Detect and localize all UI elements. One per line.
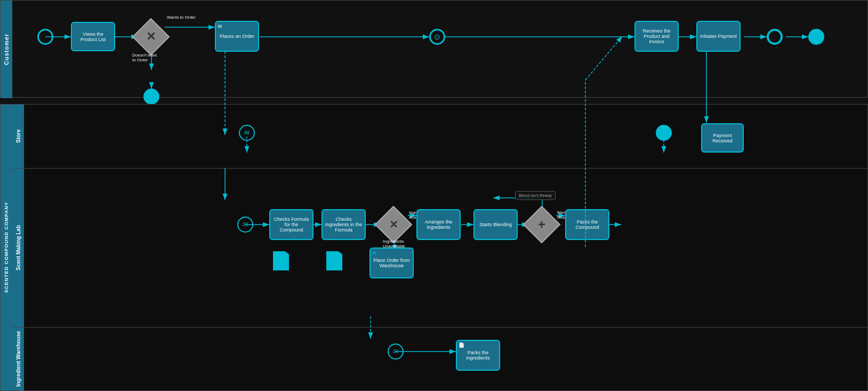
views-product-list-task[interactable]: Views the Product List [71,22,115,51]
initiates-payment-task[interactable]: Initiates Payment [696,21,741,52]
store-message-event: ✉ [239,125,255,141]
blend-gateway[interactable]: + Blend isReady Blend isn't Ready [528,211,555,238]
ingredient-warehouse-lane: Ingredient Warehouse [12,328,867,390]
place-order-warehouse-task[interactable]: ✉ Place Order from Warehouse [369,248,414,278]
doc-icon-2 [326,251,342,270]
blend-isnt-ready-annotation: Blend isn't Ready [515,191,556,200]
store-lane: Store [12,105,867,169]
payment-received-task[interactable]: Payment Received [701,123,744,153]
customer-lane-content: Views the Product List ✕ Wants to Order … [12,1,867,98]
customer-end-event [808,29,824,45]
customer-end-ring [767,29,783,45]
places-order-task[interactable]: ✉ Places an Order [215,21,259,52]
scent-lab-content: ✉ Checks Formula for the Compound Checks… [24,169,867,327]
starts-blending-task[interactable]: Starts Blending [473,209,518,240]
scent-lab-message-event: ✉ [237,217,253,233]
packs-ingredients-task[interactable]: 📄 Packs the Ingredients [456,340,500,371]
checks-formula-task[interactable]: Checks Formula for the Compound [269,209,314,240]
doc-icon-1 [273,251,289,270]
customer-timer-event: ⊙ [429,29,445,45]
store-lane-label: Store [12,105,24,168]
doesnt-want-end-event [143,89,159,105]
scc-lanes: Store [12,105,867,390]
checks-ingredients-task[interactable]: Checks Ingredients in the Formula [322,209,366,240]
ingredients-gateway[interactable]: ✕ IngredientsAvailable IngredientsUnavai… [380,211,407,238]
packs-compound-task[interactable]: Packs the Compound [565,209,609,240]
warehouse-svg [24,328,867,390]
scent-lab-label: Scent Making Lab [12,169,24,327]
customer-pool: Customer [0,0,868,98]
customer-pool-label: Customer [1,1,12,98]
wants-to-order-label: Wants to Order [167,15,196,20]
scent-making-lab-lane: Scent Making Lab [12,169,867,328]
wants-to-order-gateway[interactable]: ✕ Wants to Order Doesn't wantto Order [138,23,164,50]
diagram-container: Customer [0,0,868,391]
scc-pool: SCENTED COMPOUND COMPANY Store [0,104,868,391]
store-end-event [656,125,672,141]
scent-lab-svg [24,169,867,327]
scc-pool-label: SCENTED COMPOUND COMPANY [1,105,12,390]
arranges-ingredients-task[interactable]: Arranges the Ingredients [416,209,461,240]
doesnt-want-label: Doesn't wantto Order [132,53,157,62]
warehouse-label: Ingredient Warehouse [12,328,24,390]
warehouse-message-event: ✉ [388,344,404,360]
customer-start-event [37,29,53,45]
receives-product-task[interactable]: Receives the Product and Invoice [634,21,679,52]
store-lane-content: ✉ Payment Received [24,105,867,168]
warehouse-content: ✉ 📄 Packs the Ingredients [24,328,867,390]
